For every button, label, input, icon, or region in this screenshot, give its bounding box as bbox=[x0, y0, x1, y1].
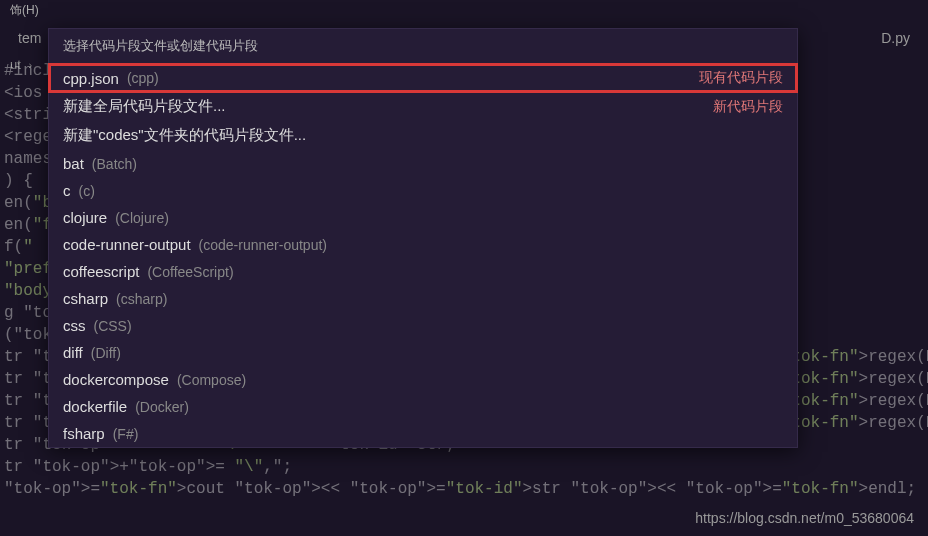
snippet-item-1[interactable]: 新建全局代码片段文件...新代码片段 bbox=[49, 92, 797, 121]
snippet-item-0[interactable]: cpp.json(cpp)现有代码片段 bbox=[49, 64, 797, 92]
snippet-item-9[interactable]: css(CSS) bbox=[49, 312, 797, 339]
watermark-text: https://blog.csdn.net/m0_53680064 bbox=[695, 510, 914, 526]
snippet-item-label: css bbox=[63, 317, 86, 334]
snippet-item-description: (Docker) bbox=[135, 399, 189, 415]
snippet-item-11[interactable]: dockercompose(Compose) bbox=[49, 366, 797, 393]
snippet-item-category: 现有代码片段 bbox=[699, 69, 783, 87]
tab-right[interactable]: D.py bbox=[873, 26, 918, 50]
snippet-picker-list: cpp.json(cpp)现有代码片段新建全局代码片段文件...新代码片段新建"… bbox=[49, 64, 797, 447]
snippet-item-8[interactable]: csharp(csharp) bbox=[49, 285, 797, 312]
snippet-item-description: (CoffeeScript) bbox=[147, 264, 233, 280]
snippet-item-6[interactable]: code-runner-output(code-runner-output) bbox=[49, 231, 797, 258]
snippet-item-category: 新代码片段 bbox=[713, 98, 783, 116]
snippet-item-label: bat bbox=[63, 155, 84, 172]
snippet-item-label: coffeescript bbox=[63, 263, 139, 280]
snippet-item-description: (code-runner-output) bbox=[199, 237, 327, 253]
snippet-item-description: (csharp) bbox=[116, 291, 167, 307]
snippet-item-label: csharp bbox=[63, 290, 108, 307]
snippet-item-label: 新建全局代码片段文件... bbox=[63, 97, 226, 116]
snippet-item-4[interactable]: c(c) bbox=[49, 177, 797, 204]
snippet-item-description: (Compose) bbox=[177, 372, 246, 388]
tab-left[interactable]: tem bbox=[10, 26, 49, 50]
snippet-item-description: (c) bbox=[79, 183, 95, 199]
snippet-item-description: (Clojure) bbox=[115, 210, 169, 226]
snippet-item-description: (Diff) bbox=[91, 345, 121, 361]
snippet-item-label: fsharp bbox=[63, 425, 105, 442]
snippet-item-label: cpp.json bbox=[63, 70, 119, 87]
snippet-item-3[interactable]: bat(Batch) bbox=[49, 150, 797, 177]
code-line: tr "tok-op">+"tok-op">= "\","; bbox=[4, 456, 928, 478]
snippet-picker: 选择代码片段文件或创建代码片段 cpp.json(cpp)现有代码片段新建全局代… bbox=[48, 28, 798, 448]
snippet-item-description: (Batch) bbox=[92, 156, 137, 172]
snippet-item-5[interactable]: clojure(Clojure) bbox=[49, 204, 797, 231]
snippet-item-label: clojure bbox=[63, 209, 107, 226]
snippet-item-description: (CSS) bbox=[94, 318, 132, 334]
snippet-item-label: c bbox=[63, 182, 71, 199]
snippet-item-10[interactable]: diff(Diff) bbox=[49, 339, 797, 366]
snippet-item-2[interactable]: 新建"codes"文件夹的代码片段文件... bbox=[49, 121, 797, 150]
snippet-item-label: dockercompose bbox=[63, 371, 169, 388]
snippet-item-label: diff bbox=[63, 344, 83, 361]
snippet-item-label: dockerfile bbox=[63, 398, 127, 415]
snippet-item-label: code-runner-output bbox=[63, 236, 191, 253]
snippet-item-description: (cpp) bbox=[127, 70, 159, 86]
code-line: "tok-op">="tok-fn">cout "tok-op"><< "tok… bbox=[4, 478, 928, 500]
topbar: 饰(H) bbox=[0, 0, 928, 20]
topbar-left-text: 饰(H) bbox=[10, 2, 39, 19]
snippet-picker-header: 选择代码片段文件或创建代码片段 bbox=[49, 29, 797, 64]
snippet-item-12[interactable]: dockerfile(Docker) bbox=[49, 393, 797, 420]
snippet-item-13[interactable]: fsharp(F#) bbox=[49, 420, 797, 447]
snippet-item-label: 新建"codes"文件夹的代码片段文件... bbox=[63, 126, 306, 145]
snippet-item-7[interactable]: coffeescript(CoffeeScript) bbox=[49, 258, 797, 285]
snippet-item-description: (F#) bbox=[113, 426, 139, 442]
